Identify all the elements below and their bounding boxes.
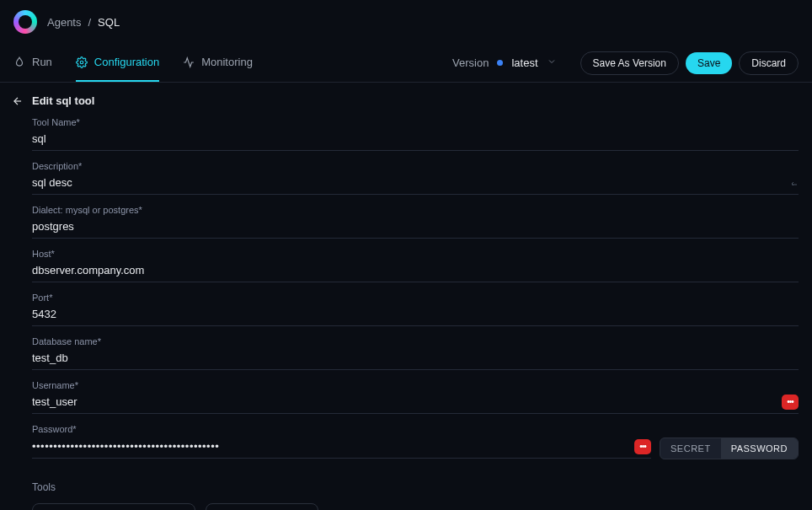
gear-icon [76, 56, 88, 68]
discard-button[interactable]: Discard [739, 51, 799, 75]
tab-run-label: Run [32, 56, 52, 68]
version-selector[interactable]: Version latest [452, 56, 556, 69]
toggle-password[interactable]: PASSWORD [721, 438, 798, 459]
field-password: Password* ••• SECRET PASSWORD [32, 424, 799, 466]
username-label: Username* [32, 380, 799, 390]
field-dialect: Dialect: mysql or postgres* [32, 205, 799, 242]
page-title: Edit sql tool [32, 94, 94, 107]
version-label: Version [452, 56, 489, 69]
form: Tool Name* Description* Dialect: mysql o… [12, 117, 799, 510]
field-description: Description* [32, 161, 799, 198]
save-as-version-button[interactable]: Save As Version [580, 51, 679, 75]
secret-badge-icon[interactable]: ••• [634, 439, 651, 454]
back-arrow-icon[interactable] [12, 95, 24, 107]
field-username: Username* ••• [32, 380, 799, 417]
password-type-toggle: SECRET PASSWORD [660, 438, 799, 459]
action-buttons: Save As Version Save Discard [580, 51, 799, 75]
page-title-row: Edit sql tool [12, 94, 799, 107]
breadcrumb-current: SQL [98, 16, 120, 29]
breadcrumb-parent[interactable]: Agents [47, 16, 81, 29]
content-area: Edit sql tool Tool Name* Description* Di… [0, 83, 812, 510]
activity-icon [183, 56, 195, 68]
password-input[interactable] [32, 438, 626, 454]
tool-name-label: Tool Name* [32, 117, 799, 127]
svg-point-0 [80, 61, 83, 64]
breadcrumb-separator: / [88, 16, 91, 29]
version-status-dot [497, 60, 503, 66]
tool-name-input[interactable] [32, 131, 799, 147]
database-input[interactable] [32, 350, 799, 366]
tab-configuration-label: Configuration [94, 56, 159, 68]
host-input[interactable] [32, 262, 799, 278]
port-input[interactable] [32, 306, 799, 322]
field-port: Port* [32, 293, 799, 330]
nav-row: Run Configuration Monitoring Version lat… [0, 44, 812, 83]
chevron-down-icon [547, 56, 557, 69]
breadcrumb: Agents / SQL [47, 16, 120, 29]
password-label: Password* [32, 424, 799, 434]
list-tables-button[interactable]: List tables and columns [32, 503, 195, 510]
app-logo [13, 10, 37, 34]
port-label: Port* [32, 293, 799, 303]
secret-badge-icon[interactable]: ••• [782, 395, 799, 410]
host-label: Host* [32, 249, 799, 259]
app-header: Agents / SQL [0, 0, 812, 44]
dialect-label: Dialect: mysql or postgres* [32, 205, 799, 215]
toggle-secret[interactable]: SECRET [660, 438, 721, 459]
tab-monitoring-label: Monitoring [201, 56, 253, 68]
tools-section-label: Tools [32, 481, 799, 493]
tab-monitoring[interactable]: Monitoring [183, 44, 253, 82]
tool-buttons: List tables and columns Execute SQL [32, 503, 799, 510]
description-label: Description* [32, 161, 799, 171]
flame-icon [13, 56, 25, 68]
execute-sql-button[interactable]: Execute SQL [206, 503, 319, 510]
tab-run[interactable]: Run [13, 44, 52, 82]
database-label: Database name* [32, 336, 799, 346]
dialect-input[interactable] [32, 218, 799, 234]
username-input[interactable] [32, 394, 773, 410]
resize-handle-icon[interactable] [790, 180, 799, 191]
tab-configuration[interactable]: Configuration [76, 44, 159, 82]
description-input[interactable] [32, 174, 782, 191]
field-tool-name: Tool Name* [32, 117, 799, 154]
field-host: Host* [32, 249, 799, 286]
version-value: latest [511, 56, 537, 69]
save-button[interactable]: Save [686, 52, 732, 74]
field-database: Database name* [32, 336, 799, 373]
